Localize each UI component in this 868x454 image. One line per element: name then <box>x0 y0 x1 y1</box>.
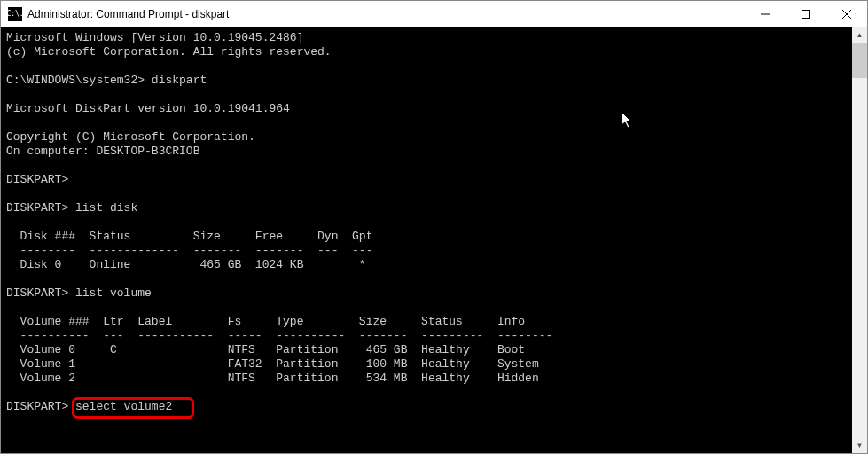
computer-line: On computer: DESKTOP-B3CRIOB <box>6 145 862 159</box>
prompt-initial: C:\WINDOWS\system32> diskpart <box>6 74 862 88</box>
cmd-select-volume: DISKPART> select volume2 <box>6 400 862 414</box>
vol-row: Volume 0 C NTFS Partition 465 GB Healthy… <box>6 343 862 357</box>
svg-rect-1 <box>802 10 810 18</box>
titlebar[interactable]: C:\. Administrator: Command Prompt - dis… <box>1 1 867 27</box>
window-title: Administrator: Command Prompt - diskpart <box>27 8 745 20</box>
scroll-down-icon[interactable]: ▼ <box>852 438 867 453</box>
disk-row: Disk 0 Online 465 GB 1024 KB * <box>6 258 862 272</box>
minimize-button[interactable] <box>745 1 786 27</box>
vol-table-header: Volume ### Ltr Label Fs Type Size Status… <box>6 315 862 329</box>
disk-table-header: Disk ### Status Size Free Dyn Gpt <box>6 230 862 244</box>
cmd-icon: C:\. <box>8 7 22 21</box>
window-controls <box>745 1 867 27</box>
vol-row: Volume 2 NTFS Partition 534 MB Healthy H… <box>6 372 862 386</box>
header-line2: (c) Microsoft Corporation. All rights re… <box>6 45 862 59</box>
prompt-blank: DISKPART> <box>6 173 862 187</box>
vol-row: Volume 1 FAT32 Partition 100 MB Healthy … <box>6 357 862 372</box>
close-button[interactable] <box>826 1 867 27</box>
cmd-list-volume: DISKPART> list volume <box>6 286 862 301</box>
scroll-thumb[interactable] <box>852 43 867 78</box>
vol-table-divider: ---------- --- ----------- ----- -------… <box>6 329 862 343</box>
header-line1: Microsoft Windows [Version 10.0.19045.24… <box>6 31 862 45</box>
cmd-list-disk: DISKPART> list disk <box>6 201 862 215</box>
diskpart-version: Microsoft DiskPart version 10.0.19041.96… <box>6 102 862 116</box>
copyright-line: Copyright (C) Microsoft Corporation. <box>6 130 862 145</box>
disk-table-divider: -------- ------------- ------- ------- -… <box>6 244 862 258</box>
scroll-up-icon[interactable]: ▲ <box>852 27 867 43</box>
scrollbar[interactable]: ▲ ▼ <box>852 27 867 453</box>
maximize-button[interactable] <box>786 1 826 27</box>
terminal-output[interactable]: Microsoft Windows [Version 10.0.19045.24… <box>1 27 867 453</box>
